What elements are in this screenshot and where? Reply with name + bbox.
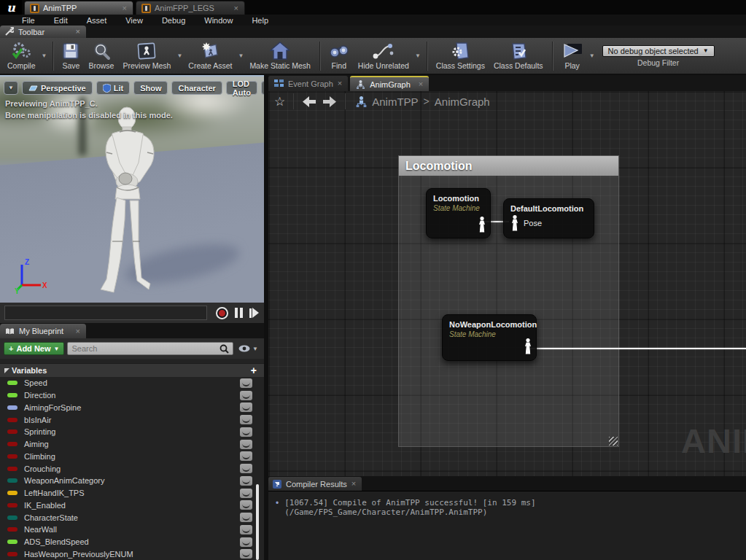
comment-header[interactable]: Locomotion — [399, 156, 618, 176]
compile-button[interactable]: Compile — [3, 40, 40, 71]
pose-input-pin[interactable]: Pose — [511, 215, 542, 231]
close-icon[interactable]: × — [76, 327, 80, 335]
node-no-weapon-locomotion[interactable]: NoWeaponLocomotion State Machine — [442, 314, 537, 361]
compiler-results-tab[interactable]: Compiler Results × — [268, 477, 362, 491]
close-icon[interactable]: × — [351, 480, 356, 488]
visibility-options-button[interactable]: ▼ — [236, 345, 260, 352]
menu-window[interactable]: Window — [204, 16, 233, 25]
eye-closed-icon[interactable] — [240, 525, 252, 534]
eye-closed-icon[interactable] — [240, 427, 252, 437]
variable-row[interactable]: CharacterState — [0, 511, 264, 524]
eye-closed-icon[interactable] — [240, 476, 252, 486]
preview-mesh-button[interactable]: Preview Mesh — [118, 40, 175, 71]
save-button[interactable]: Save — [58, 40, 84, 71]
create-asset-dropdown-caret[interactable]: ▼ — [238, 52, 244, 59]
node-default-locomotion[interactable]: DefaultLocomotion Pose — [503, 198, 594, 238]
lit-button[interactable]: Lit — [96, 81, 130, 95]
search-input[interactable] — [71, 344, 219, 353]
comment-resize-handle[interactable] — [609, 437, 618, 446]
viewport-options-caret[interactable]: ▼ — [4, 81, 18, 95]
forward-arrow-button[interactable] — [319, 96, 340, 107]
eye-closed-icon[interactable] — [240, 537, 252, 547]
variable-row[interactable]: IK_Enabled — [0, 499, 264, 512]
eye-closed-icon[interactable] — [240, 440, 252, 449]
variable-row[interactable]: NearWall — [0, 524, 264, 536]
breadcrumb-root[interactable]: AnimTPP — [372, 96, 418, 108]
eye-closed-icon[interactable] — [240, 451, 252, 461]
variable-row[interactable]: AimingForSpine — [0, 402, 264, 414]
variable-row[interactable]: HasWeapon_PreviouslyENUM — [0, 548, 264, 560]
pose-pin-icon[interactable] — [524, 338, 532, 354]
hide-unrelated-dropdown-caret[interactable]: ▼ — [415, 52, 421, 59]
variable-row[interactable]: WeaponAnimCategory — [0, 475, 264, 487]
pause-button[interactable] — [235, 308, 243, 318]
variable-row[interactable]: Direction — [0, 389, 264, 402]
close-icon[interactable]: × — [234, 4, 238, 12]
hide-unrelated-button[interactable]: Hide Unrelated — [354, 40, 413, 71]
add-variable-button[interactable]: + — [248, 365, 260, 376]
variable-row[interactable]: Sprinting — [0, 426, 264, 438]
perspective-button[interactable]: Perspective — [22, 81, 93, 95]
tab-anim-graph[interactable]: AnimGraph × — [350, 76, 429, 91]
preview-viewport[interactable]: ▼ Perspective Lit Show Character LOD Aut… — [0, 75, 264, 303]
breadcrumb-current[interactable]: AnimGraph — [435, 96, 490, 108]
show-button[interactable]: Show — [133, 81, 168, 95]
asset-tab-animfpp-legs[interactable]: AnimFPP_LEGS × — [136, 1, 245, 15]
variable-row[interactable]: Climbing — [0, 451, 264, 463]
debug-object-dropdown[interactable]: No debug object selected ▼ — [602, 45, 715, 57]
eye-closed-icon[interactable] — [240, 500, 252, 510]
play-dropdown-caret[interactable]: ▼ — [589, 52, 595, 59]
eye-closed-icon[interactable] — [240, 513, 252, 522]
playback-speed-button[interactable]: x1.0 — [261, 81, 264, 95]
close-icon[interactable]: × — [419, 80, 423, 88]
eye-closed-icon[interactable] — [240, 378, 252, 388]
timeline-track[interactable] — [4, 306, 207, 320]
menu-edit[interactable]: Edit — [54, 16, 68, 25]
favorite-star-icon[interactable]: ☆ — [271, 94, 288, 109]
anim-graph-canvas[interactable]: ☆ AnimTPP > AnimGraph ANI — [268, 91, 746, 476]
variable-row[interactable]: ADS_BlendSpeed — [0, 536, 264, 548]
add-new-button[interactable]: + Add New ▼ — [4, 342, 64, 355]
class-settings-button[interactable]: Class Settings — [432, 40, 489, 71]
variable-row[interactable]: Speed — [0, 377, 264, 389]
pose-pin-icon[interactable] — [478, 217, 486, 233]
toolbar-tab[interactable]: Toolbar × — [0, 26, 86, 38]
step-forward-button[interactable] — [249, 308, 259, 318]
variable-row[interactable]: bIsInAir — [0, 413, 264, 426]
menu-asset[interactable]: Asset — [87, 16, 107, 25]
variable-row[interactable]: Crouching — [0, 462, 264, 475]
search-box[interactable] — [67, 342, 233, 355]
variables-scrollbar[interactable] — [256, 484, 259, 560]
class-defaults-button[interactable]: Class Defaults — [489, 40, 548, 71]
variables-section-header[interactable]: Variables + — [0, 363, 264, 377]
close-icon[interactable]: × — [123, 4, 127, 12]
menu-debug[interactable]: Debug — [162, 16, 185, 25]
browse-button[interactable]: Browse — [84, 40, 118, 71]
menu-help[interactable]: Help — [252, 16, 268, 25]
preview-mesh-dropdown-caret[interactable]: ▼ — [176, 52, 182, 59]
play-button[interactable]: Play — [557, 40, 588, 71]
eye-closed-icon[interactable] — [240, 402, 252, 412]
close-icon[interactable]: × — [338, 79, 342, 88]
eye-closed-icon[interactable] — [240, 549, 252, 559]
eye-closed-icon[interactable] — [240, 415, 252, 424]
eye-closed-icon[interactable] — [240, 464, 252, 473]
variable-row[interactable]: LeftHandIK_TPS — [0, 487, 264, 499]
variable-row[interactable]: Aiming — [0, 438, 264, 451]
my-blueprint-tab[interactable]: My Blueprint × — [0, 324, 86, 338]
eye-closed-icon[interactable] — [240, 391, 252, 400]
menu-file[interactable]: File — [22, 16, 35, 25]
eye-closed-icon[interactable] — [240, 489, 252, 498]
character-button[interactable]: Character — [171, 81, 222, 95]
lod-auto-button[interactable]: LOD Auto — [226, 81, 257, 95]
node-locomotion[interactable]: Locomotion State Machine — [426, 188, 491, 238]
create-asset-button[interactable]: Create Asset — [184, 40, 236, 71]
close-icon[interactable]: × — [76, 28, 80, 36]
compile-dropdown-caret[interactable]: ▼ — [42, 52, 47, 59]
back-arrow-button[interactable] — [299, 96, 319, 107]
find-button[interactable]: Find — [325, 40, 354, 71]
menu-view[interactable]: View — [125, 16, 143, 25]
asset-tab-animtpp[interactable]: AnimTPP × — [24, 1, 133, 15]
record-button[interactable] — [216, 307, 228, 319]
tab-event-graph[interactable]: Event Graph × — [268, 76, 348, 91]
